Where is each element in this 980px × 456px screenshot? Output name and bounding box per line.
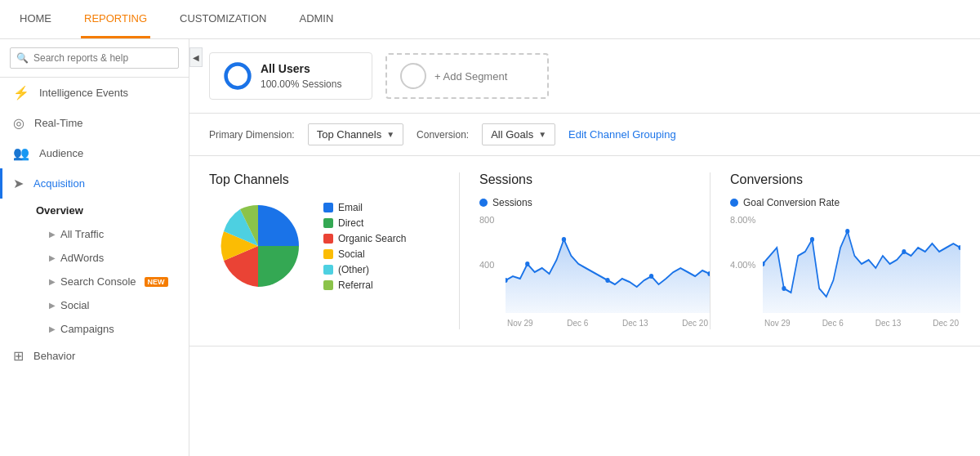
sessions-x-nov29: Nov 29 [507, 319, 533, 328]
conversion-dropdown[interactable]: All Goals ▼ [482, 123, 555, 145]
sidebar-sub-social[interactable]: ▶ Social [36, 293, 189, 317]
legend-referral-label: Referral [338, 279, 373, 291]
search-input[interactable] [10, 47, 179, 69]
legend-direct: Direct [323, 217, 406, 229]
conversions-line-svg [763, 215, 960, 313]
sessions-legend-label: Sessions [492, 197, 532, 208]
segment-name: All Users [261, 61, 341, 78]
sidebar-sub-search-console[interactable]: ▶ Search Console NEW [36, 270, 189, 293]
conversions-title: Conversions [730, 172, 960, 187]
sidebar-item-acquisition[interactable]: ➤ Acquisition [0, 168, 189, 199]
sessions-chart: Sessions Sessions 800 400 [459, 172, 710, 329]
sessions-dot [479, 199, 488, 207]
acquisition-submenu: Overview ▶ All Traffic ▶ AdWords ▶ Searc… [0, 199, 189, 341]
sidebar-item-realtime[interactable]: ◎ Real-Time [0, 108, 189, 138]
edit-channel-grouping-link[interactable]: Edit Channel Grouping [568, 128, 676, 141]
primary-dimension-label: Primary Dimension: [209, 129, 295, 141]
legend-social: Social [323, 248, 406, 260]
nav-reporting[interactable]: REPORTING [81, 1, 150, 38]
social-color [323, 249, 333, 259]
dropdown-caret-icon: ▼ [538, 130, 546, 139]
conversions-x-labels: Nov 29 Dec 6 Dec 13 Dec 20 [763, 319, 960, 328]
sidebar-sub-all-traffic[interactable]: ▶ All Traffic [36, 222, 189, 246]
sidebar-sub-campaigns[interactable]: ▶ Campaigns [36, 317, 189, 341]
arrow-icon: ▶ [49, 277, 56, 286]
conversions-legend: Goal Conversion Rate [730, 197, 960, 208]
segment-bar: All Users 100.00% Sessions + Add Segment [189, 39, 980, 114]
organic-color [323, 234, 333, 244]
sessions-x-dec13: Dec 13 [622, 319, 648, 328]
legend-organic: Organic Search [323, 233, 406, 244]
sidebar-item-intelligence[interactable]: ⚡ Intelligence Events [0, 78, 189, 108]
top-nav: HOME REPORTING CUSTOMIZATION ADMIN [0, 0, 980, 39]
add-segment-circle [400, 63, 426, 89]
nav-customization[interactable]: CUSTOMIZATION [176, 1, 270, 38]
svg-point-5 [605, 278, 609, 283]
conversion-value: All Goals [491, 128, 533, 141]
conversions-x-nov29: Nov 29 [764, 319, 791, 328]
legend-email: Email [323, 202, 406, 213]
sessions-x-labels: Nov 29 Dec 6 Dec 13 Dec 20 [506, 319, 710, 328]
sidebar: 🔍 ⚡ Intelligence Events ◎ Real-Time 👥 Au… [0, 39, 189, 456]
pie-legend: Email Direct Organic Search Social [323, 202, 406, 291]
nav-home[interactable]: HOME [16, 1, 55, 38]
email-color [323, 203, 333, 212]
legend-direct-label: Direct [338, 217, 363, 229]
sessions-chart-area: 800 400 [479, 215, 710, 329]
sidebar-sub-overview[interactable]: Overview [36, 199, 189, 222]
svg-point-11 [845, 229, 849, 234]
nav-admin[interactable]: ADMIN [296, 1, 336, 38]
sessions-y-high: 800 [479, 215, 494, 225]
dropdown-caret-icon: ▼ [386, 130, 394, 139]
svg-point-12 [902, 249, 906, 254]
arrow-icon: ▶ [49, 253, 56, 262]
svg-point-4 [562, 237, 566, 242]
conversions-chart: Conversions Goal Conversion Rate 8.00% 4… [710, 172, 960, 329]
arrow-icon: ▶ [49, 301, 56, 310]
search-icon: 🔍 [16, 52, 29, 64]
layout: 🔍 ⚡ Intelligence Events ◎ Real-Time 👥 Au… [0, 39, 980, 456]
charts-area: Top Channels [189, 156, 980, 346]
collapse-sidebar-button[interactable]: ◀ [189, 47, 203, 67]
sessions-x-dec6: Dec 6 [567, 319, 588, 328]
sidebar-sub-adwords[interactable]: ▶ AdWords [36, 246, 189, 270]
svg-point-3 [525, 262, 529, 266]
new-badge: NEW [145, 277, 168, 287]
arrow-icon: ▶ [49, 324, 56, 333]
sessions-y-low: 400 [479, 260, 494, 270]
all-users-segment: All Users 100.00% Sessions [209, 52, 372, 100]
arrow-icon: ▶ [49, 230, 56, 239]
other-color [323, 265, 333, 275]
primary-dimension-dropdown[interactable]: Top Channels ▼ [308, 123, 403, 145]
svg-point-10 [810, 237, 814, 242]
main-content: ◀ All Users 100.00% Sessions + Add Segme… [189, 39, 980, 456]
legend-referral: Referral [323, 279, 406, 291]
conversions-dot [730, 199, 738, 207]
segment-pct: 100.00% Sessions [261, 78, 341, 92]
sessions-line-svg [506, 215, 710, 313]
pie-area: Email Direct Organic Search Social [209, 197, 439, 295]
conversion-label: Conversion: [416, 129, 469, 141]
sidebar-item-behavior[interactable]: ⊞ Behavior [0, 341, 189, 371]
referral-color [323, 280, 333, 290]
svg-point-1 [226, 65, 250, 88]
conversions-y-low: 4.00% [730, 260, 755, 270]
pie-chart-svg [209, 197, 307, 295]
add-segment-label: + Add Segment [434, 70, 507, 83]
primary-dimension-value: Top Channels [317, 128, 382, 141]
sidebar-item-audience[interactable]: 👥 Audience [0, 138, 189, 168]
intelligence-icon: ⚡ [13, 85, 29, 101]
sidebar-search-area: 🔍 [0, 39, 189, 78]
legend-organic-label: Organic Search [338, 233, 406, 244]
behavior-icon: ⊞ [13, 348, 24, 364]
top-channels-title: Top Channels [209, 172, 439, 187]
legend-other: (Other) [323, 264, 406, 275]
conversions-y-high: 8.00% [730, 215, 755, 225]
sessions-legend: Sessions [479, 197, 710, 208]
svg-point-9 [782, 286, 786, 291]
conversions-chart-area: 8.00% 4.00% [730, 215, 960, 329]
conversions-legend-label: Goal Conversion Rate [743, 197, 840, 208]
conversions-x-dec13: Dec 13 [875, 319, 902, 328]
legend-email-label: Email [338, 202, 363, 213]
add-segment-button[interactable]: + Add Segment [385, 53, 549, 99]
